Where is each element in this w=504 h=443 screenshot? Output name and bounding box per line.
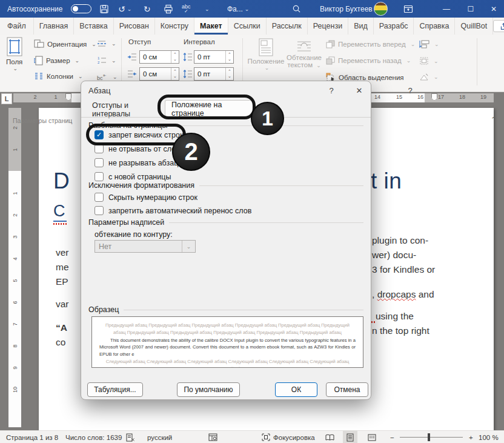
doc-subheading-link[interactable]: C xyxy=(53,202,65,221)
close-button[interactable]: ✕ xyxy=(485,0,503,18)
redo-button[interactable]: ↻ xyxy=(144,0,151,18)
zoom-out-button[interactable]: − xyxy=(390,431,394,443)
rotate-button[interactable]: ⌄ xyxy=(419,73,439,81)
zoom-percentage[interactable]: 100 % xyxy=(479,431,499,443)
bring-forward-button[interactable]: Переместить вперед ⌄ xyxy=(326,40,415,48)
tab-help[interactable]: Справка xyxy=(414,18,455,35)
tab-draw[interactable]: Рисован xyxy=(114,18,155,35)
macro-recorder-icon[interactable] xyxy=(208,431,217,443)
share-icon xyxy=(500,22,504,30)
search-icon[interactable] xyxy=(292,0,301,18)
minimize-button[interactable]: — xyxy=(437,0,456,18)
horizontal-ruler-left-margin[interactable]: 2 1 xyxy=(13,93,71,102)
doc-text-fragment: ver xyxy=(56,247,69,258)
breaks-button[interactable]: ⌄ xyxy=(97,39,116,48)
save-icon[interactable] xyxy=(99,0,109,18)
zoom-slider[interactable] xyxy=(400,431,463,443)
proofing-errors-icon[interactable] xyxy=(126,431,135,443)
dialog-close-button[interactable]: ✕ xyxy=(351,85,367,96)
page-indicator[interactable]: Страница 1 из 8 xyxy=(6,431,58,443)
focus-mode-button[interactable]: Фокусировка xyxy=(262,431,315,443)
document-title[interactable]: Фа...⌄ xyxy=(227,0,249,18)
tab-review[interactable]: Рецензи xyxy=(308,18,348,35)
send-backward-button[interactable]: Переместить назад ⌄ xyxy=(326,56,411,65)
tab-stop-selector[interactable]: L xyxy=(1,93,12,104)
cancel-button[interactable]: Отмена xyxy=(326,382,368,397)
wrap-contour-dropdown[interactable]: Нет ⌄ xyxy=(94,240,196,253)
indent-right-input[interactable]: 0 см ⌃⌄ xyxy=(139,67,179,81)
ok-button[interactable]: ОК xyxy=(275,382,317,397)
tab-quillbot[interactable]: QuillBot xyxy=(455,18,493,35)
ribbon-display-options-icon[interactable] xyxy=(403,0,413,18)
size-button[interactable]: Размер ⌄ xyxy=(34,56,79,65)
columns-button[interactable]: Колонки ⌄ xyxy=(34,72,82,81)
maximize-button[interactable]: ☐ xyxy=(462,0,480,18)
dialog-help-button[interactable]: ? xyxy=(402,85,418,96)
tab-file[interactable]: Файл xyxy=(0,18,34,35)
align-icon xyxy=(419,40,429,48)
indent-right-stepper[interactable]: ⌃⌄ xyxy=(171,68,179,80)
tab-home[interactable]: Главная xyxy=(34,18,75,35)
read-mode-button[interactable] xyxy=(322,431,337,443)
web-layout-button[interactable] xyxy=(365,431,379,443)
undo-button[interactable]: ↺⌄ xyxy=(118,0,131,18)
avatar[interactable] xyxy=(374,0,388,18)
position-button[interactable]: Положение ⌄ xyxy=(247,38,285,71)
tab-references[interactable]: Ссылки xyxy=(228,18,267,35)
dialog-tab-indents[interactable]: Отступы и интервалы xyxy=(86,102,165,117)
checkbox-icon[interactable] xyxy=(94,144,104,153)
line-numbers-button[interactable]: 12 ⌄ xyxy=(97,56,116,65)
spellcheck-icon[interactable]: abc✓ xyxy=(182,0,191,18)
tabs-button[interactable]: Табуляция... xyxy=(87,382,143,397)
wrap-text-button[interactable]: Обтекание текстом ⌄ xyxy=(285,38,323,68)
undo-chevron-icon[interactable]: ⌄ xyxy=(127,6,132,12)
print-layout-button[interactable] xyxy=(343,431,357,443)
orientation-button[interactable]: Ориентация ⌄ xyxy=(34,39,96,48)
horizontal-ruler-page-left[interactable] xyxy=(71,93,81,102)
checkbox-page-break-before[interactable]: с новой страницы xyxy=(94,172,171,181)
user-name[interactable]: Виктор Бухтеев xyxy=(320,0,373,18)
collapse-ribbon-button[interactable]: ⌃ xyxy=(491,116,496,124)
language-indicator[interactable]: русский xyxy=(147,431,172,443)
checkbox-icon[interactable] xyxy=(94,193,104,202)
qat-customize-icon[interactable]: ⌄ xyxy=(203,0,210,18)
spacing-after-input[interactable]: 0 пт ⌃⌄ xyxy=(194,67,234,81)
tab-mailings[interactable]: Рассылк xyxy=(267,18,308,35)
help-button[interactable]: ? xyxy=(323,85,339,96)
spacing-before-stepper[interactable]: ⌃⌄ xyxy=(225,51,233,63)
checkbox-no-hyphenation[interactable]: запретить автоматический перенос слов xyxy=(94,206,251,215)
checkbox-icon[interactable] xyxy=(94,172,104,181)
align-button[interactable]: ⌄ xyxy=(419,40,439,48)
autosave-toggle[interactable] xyxy=(71,0,91,18)
spacing-before-input[interactable]: 0 пт ⌃⌄ xyxy=(194,50,234,64)
rotate-icon xyxy=(419,73,429,81)
share-button[interactable]: Поделиться xyxy=(493,20,504,32)
tab-developer[interactable]: Разрабс xyxy=(374,18,414,35)
zoom-in-button[interactable]: + xyxy=(469,431,473,443)
doc-text-fragment: co xyxy=(56,337,65,348)
margins-button[interactable]: Поля ⌄ xyxy=(6,37,22,72)
tab-design[interactable]: Констру xyxy=(155,18,194,35)
annotation-rect-tab xyxy=(158,95,256,119)
print-icon[interactable] xyxy=(164,0,173,18)
spacing-after-stepper[interactable]: ⌃⌄ xyxy=(225,68,233,80)
word-count[interactable]: Число слов: 1639 xyxy=(65,431,122,443)
page-setup-group-label: Параметры страниц xyxy=(13,117,72,124)
vertical-ruler[interactable]: 2 1 1 2 3 4 5 6 7 8 9 10 xyxy=(8,108,21,427)
toggle-knob xyxy=(73,6,78,12)
checkbox-keep-lines[interactable]: не разрывать абзац xyxy=(94,158,178,167)
tab-insert[interactable]: Вставка xyxy=(74,18,113,35)
zoom-slider-handle[interactable] xyxy=(428,433,430,441)
tab-view[interactable]: Вид xyxy=(348,18,374,35)
hyphenation-button[interactable]: bca- ⌄ xyxy=(97,72,118,81)
indent-left-input[interactable]: 0 см ⌃⌄ xyxy=(139,50,179,64)
indent-left-stepper[interactable]: ⌃⌄ xyxy=(171,51,179,63)
checkbox-icon[interactable] xyxy=(94,206,104,215)
tab-layout[interactable]: Макет xyxy=(194,18,228,35)
group-button[interactable]: ⌄ xyxy=(419,56,439,65)
dropdown-chevron-icon[interactable]: ⌄ xyxy=(182,241,195,252)
checkbox-suppress-line-numbers[interactable]: Скрыть нумерацию строк xyxy=(94,193,197,202)
send-backward-icon xyxy=(326,56,335,65)
checkbox-icon[interactable] xyxy=(94,158,104,167)
set-default-button[interactable]: По умолчанию xyxy=(177,382,240,397)
